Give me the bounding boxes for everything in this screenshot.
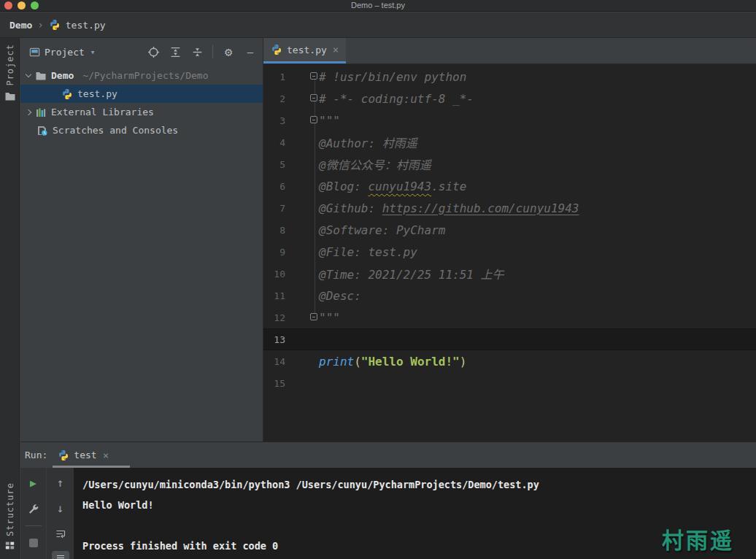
line-number: 10: [268, 269, 285, 280]
line-number: 2: [268, 93, 285, 104]
code-text: @Software: PyCharm: [319, 223, 445, 237]
code-text: print("Hello World!"): [319, 355, 466, 369]
code-fold-icon[interactable]: [310, 94, 317, 101]
locate-icon[interactable]: [147, 45, 160, 58]
code-fold-icon[interactable]: [310, 72, 317, 80]
scratches-icon: [36, 125, 48, 136]
line-number: 7: [268, 203, 285, 214]
settings-wrench-icon[interactable]: [25, 500, 42, 517]
code-line-1[interactable]: 1# !usr/bin/env python: [263, 66, 756, 88]
code-text: @Github: https://github.com/cunyu1943: [319, 201, 579, 215]
pycharm-window: Demo – test.py Demo › test.py Project St…: [0, 0, 756, 559]
tree-item-scratches-and-consoles[interactable]: Scratches and Consoles: [20, 121, 263, 139]
code-line-7[interactable]: 7@Github: https://github.com/cunyu1943: [263, 197, 756, 219]
code-fold-icon[interactable]: [310, 116, 317, 123]
breadcrumb: Demo › test.py: [0, 12, 756, 38]
run-tab-test[interactable]: test ×: [58, 450, 109, 461]
window-title: Demo – test.py: [0, 1, 756, 9]
breadcrumb-file[interactable]: test.py: [66, 20, 106, 31]
code-line-12[interactable]: 12""": [263, 307, 756, 328]
line-number: 6: [268, 181, 285, 192]
tree-item-label: test.py: [77, 88, 117, 99]
settings-gear-icon[interactable]: ⚙: [222, 45, 235, 58]
run-panel-label: Run:: [25, 450, 47, 460]
tree-item-test-py[interactable]: test.py: [20, 85, 263, 103]
toolbar-divider: [212, 45, 213, 58]
line-number: 12: [268, 312, 285, 323]
code-line-6[interactable]: 6@Blog: cunyu1943.site: [263, 175, 756, 197]
line-number: 8: [268, 225, 285, 236]
code-line-13[interactable]: 13: [263, 328, 756, 350]
code-text: @Blog: cunyu1943.site: [319, 180, 466, 193]
line-number: 11: [268, 290, 285, 301]
expand-all-icon[interactable]: [169, 45, 182, 58]
line-number: 13: [268, 334, 285, 345]
structure-icon: [5, 541, 15, 550]
project-panel: Project ▾ ⚙— Demo~/PycharmProjects/Demot…: [20, 38, 263, 442]
python-file-icon: [61, 88, 73, 100]
chevron-right-icon[interactable]: [26, 109, 31, 115]
tree-item-label: Demo: [51, 70, 74, 81]
code-line-15[interactable]: 15: [263, 372, 756, 394]
code-area[interactable]: 1# !usr/bin/env python2# -*- coding:utf-…: [263, 64, 756, 441]
code-text: """: [319, 114, 340, 128]
console-line: /Users/cunyu/miniconda3/bin/python3 /Use…: [82, 474, 756, 495]
code-line-11[interactable]: 11@Desc:: [263, 285, 756, 307]
editor-tab-testpy[interactable]: test.py ×: [263, 38, 346, 63]
scroll-to-end-icon[interactable]: [52, 551, 69, 559]
folder-icon: [35, 70, 47, 82]
code-line-9[interactable]: 9@File: test.py: [263, 241, 756, 263]
editor-tab-label: test.py: [287, 45, 327, 55]
breadcrumb-project[interactable]: Demo: [9, 20, 32, 31]
code-line-2[interactable]: 2# -*- coding:utf-8 _*-: [263, 88, 756, 109]
code-line-5[interactable]: 5@微信公众号：村雨遥: [263, 153, 756, 175]
structure-tool-window-button[interactable]: Structure: [0, 482, 20, 550]
code-line-4[interactable]: 4@Author: 村雨遥: [263, 131, 756, 153]
close-tab-icon[interactable]: ×: [333, 44, 339, 55]
code-line-3[interactable]: 3""": [263, 109, 756, 131]
project-tree: Demo~/PycharmProjects/Demotest.pyExterna…: [20, 66, 263, 139]
collapse-all-icon[interactable]: [190, 45, 204, 58]
console-toolbar: ↑↓: [46, 468, 74, 559]
project-tool-window-button[interactable]: Project: [0, 44, 20, 102]
tree-item-path: ~/PycharmProjects/Demo: [82, 70, 208, 81]
project-window-icon: [29, 47, 40, 58]
project-panel-title[interactable]: Project: [45, 47, 85, 58]
chevron-down-icon[interactable]: [26, 72, 31, 77]
project-tool-window-label: Project: [5, 44, 15, 86]
code-text: # !usr/bin/env python: [319, 70, 466, 84]
code-fold-icon[interactable]: [310, 313, 317, 320]
code-line-8[interactable]: 8@Software: PyCharm: [263, 219, 756, 241]
code-line-14[interactable]: 14print("Hello World!"): [263, 350, 756, 372]
code-text: """: [319, 311, 340, 325]
stop-icon[interactable]: [25, 534, 42, 552]
python-file-icon: [58, 450, 69, 461]
hide-panel-icon[interactable]: —: [244, 45, 257, 58]
code-text: @Desc:: [319, 289, 361, 303]
editor-tab-bar: test.py ×: [263, 38, 756, 64]
watermark: 村雨遥: [662, 523, 734, 555]
libraries-icon: [35, 107, 47, 118]
run-console[interactable]: /Users/cunyu/miniconda3/bin/python3 /Use…: [74, 468, 756, 559]
editor: test.py × 1# !usr/bin/env python2# -*- c…: [263, 38, 756, 442]
code-text: @Time: 2021/2/25 11:51 上午: [319, 265, 504, 282]
soft-wrap-icon[interactable]: [52, 525, 69, 543]
run-tab-label: test: [74, 450, 96, 460]
up-stack-trace-icon[interactable]: ↑: [52, 474, 69, 492]
rerun-icon[interactable]: ▶: [25, 474, 42, 492]
code-line-10[interactable]: 10@Time: 2021/2/25 11:51 上午: [263, 263, 756, 285]
chevron-down-icon[interactable]: ▾: [90, 47, 96, 57]
down-stack-trace-icon[interactable]: ↓: [52, 500, 69, 517]
python-file-icon: [49, 19, 61, 31]
console-line: Process finished with exit code 0: [82, 536, 756, 556]
tree-item-label: Scratches and Consoles: [53, 125, 178, 136]
code-text: # -*- coding:utf-8 _*-: [319, 92, 474, 106]
close-tab-icon[interactable]: ×: [103, 450, 109, 461]
line-number: 9: [268, 247, 285, 258]
console-line: Hello World!: [82, 495, 756, 515]
tree-item-demo[interactable]: Demo~/PycharmProjects/Demo: [20, 66, 263, 85]
line-number: 4: [268, 137, 285, 148]
line-number: 15: [268, 378, 285, 389]
tree-item-external-libraries[interactable]: External Libraries: [20, 103, 263, 121]
run-panel-body: ▶ ↑↓ /Users/cunyu/miniconda3/bin/python3…: [20, 468, 756, 559]
